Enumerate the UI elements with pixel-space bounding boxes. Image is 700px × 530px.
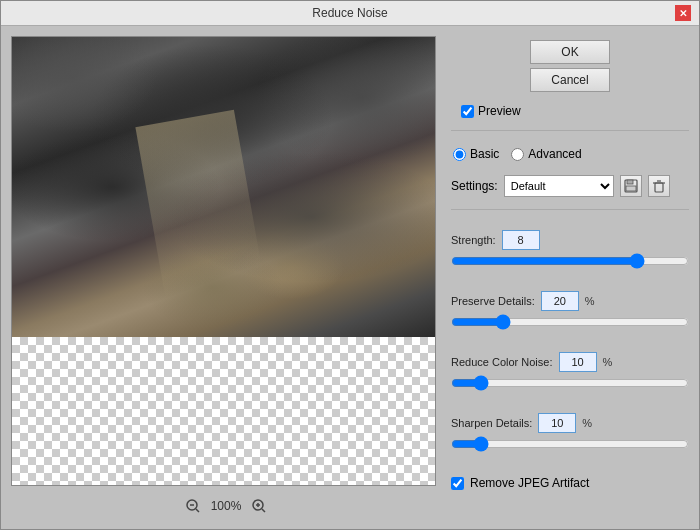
trash-icon [652,179,666,193]
preview-checkbox[interactable] [461,105,474,118]
preview-canvas [11,36,436,486]
close-button[interactable]: ✕ [675,5,691,21]
reduce-color-noise-label: Reduce Color Noise: [451,356,553,368]
controls-panel: OK Cancel Preview Basic Advanced [451,36,689,520]
svg-rect-8 [627,180,633,184]
strength-slider-container [451,253,689,267]
preserve-details-slider-container [451,314,689,328]
preview-label: Preview [478,104,521,118]
cancel-button[interactable]: Cancel [530,68,610,92]
sharpen-details-slider[interactable] [451,436,689,452]
settings-label: Settings: [451,179,498,193]
strength-row: Strength: [451,230,689,250]
sharpen-details-label: Sharpen Details: [451,417,532,429]
sharpen-details-slider-container [451,436,689,450]
save-icon [624,179,638,193]
dialog-body: 100% OK Cancel [1,26,699,530]
strength-slider[interactable] [451,253,689,269]
strength-input[interactable] [502,230,540,250]
zoom-out-icon [185,498,201,514]
ok-button[interactable]: OK [530,40,610,64]
settings-row: Settings: Default [451,175,689,197]
transparency-checker [12,337,435,486]
advanced-label: Advanced [528,147,581,161]
zoom-bar: 100% [11,492,441,520]
reduce-color-noise-input[interactable] [559,352,597,372]
preserve-details-slider[interactable] [451,314,689,330]
reduce-color-noise-slider-container [451,375,689,389]
zoom-in-icon [251,498,267,514]
reduce-color-noise-unit: % [603,356,613,368]
preserve-details-unit: % [585,295,595,307]
svg-rect-9 [626,186,636,191]
strength-section: Strength: [451,230,689,275]
advanced-radio-group: Advanced [511,147,581,161]
preserve-details-input[interactable] [541,291,579,311]
preserve-details-row: Preserve Details: % [451,291,689,311]
save-preset-button[interactable] [620,175,642,197]
basic-label: Basic [470,147,499,161]
strength-label: Strength: [451,234,496,246]
svg-line-2 [196,509,199,512]
zoom-out-button[interactable] [183,496,203,516]
reduce-color-noise-slider[interactable] [451,375,689,391]
jpeg-artifact-row: Remove JPEG Artifact [451,476,689,490]
jpeg-artifact-label: Remove JPEG Artifact [470,476,589,490]
advanced-radio[interactable] [511,148,524,161]
zoom-level-text: 100% [211,499,242,513]
sharpen-details-row: Sharpen Details: % [451,413,689,433]
reduce-noise-dialog: Reduce Noise ✕ 100 [0,0,700,530]
basic-radio[interactable] [453,148,466,161]
delete-preset-button[interactable] [648,175,670,197]
zoom-in-button[interactable] [249,496,269,516]
jpeg-artifact-checkbox[interactable] [451,477,464,490]
preserve-details-section: Preserve Details: % [451,291,689,336]
basic-radio-group: Basic [453,147,499,161]
title-bar: Reduce Noise ✕ [1,1,699,26]
preserve-details-label: Preserve Details: [451,295,535,307]
svg-rect-10 [655,183,663,192]
preview-image [12,37,435,337]
sharpen-details-unit: % [582,417,592,429]
sharpen-details-input[interactable] [538,413,576,433]
settings-select[interactable]: Default [504,175,614,197]
reduce-color-noise-row: Reduce Color Noise: % [451,352,689,372]
preview-panel: 100% [11,36,441,520]
sharpen-details-section: Sharpen Details: % [451,413,689,458]
action-buttons: OK Cancel [451,40,689,92]
preview-checkbox-row: Preview [461,104,689,118]
svg-line-6 [262,509,265,512]
mode-row: Basic Advanced [453,147,689,161]
dialog-title: Reduce Noise [25,6,675,20]
reduce-color-noise-section: Reduce Color Noise: % [451,352,689,397]
